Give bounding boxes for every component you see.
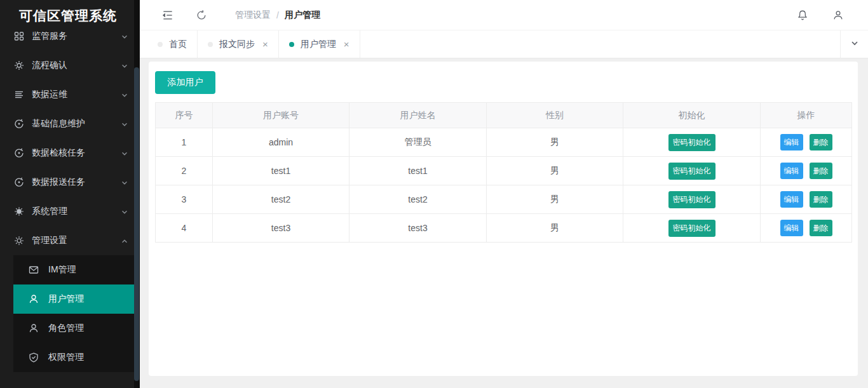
account-cell: test1 <box>213 157 349 185</box>
gender-cell: 男 <box>487 157 623 185</box>
table-row: 4test3test3男密码初始化编辑删除 <box>156 214 852 243</box>
chevron-down-icon <box>121 32 128 40</box>
name-cell: test1 <box>349 157 487 185</box>
password-init-button[interactable]: 密码初始化 <box>668 220 715 237</box>
col-init: 初始化 <box>623 103 761 128</box>
delete-button[interactable]: 删除 <box>810 163 832 179</box>
tab-label: 首页 <box>169 39 187 50</box>
col-name: 用户姓名 <box>349 103 487 128</box>
user-table: 序号 用户账号 用户姓名 性别 初始化 操作 1admin管理员男密码初始化编辑… <box>155 102 852 243</box>
ops-cell: 编辑删除 <box>761 128 852 157</box>
sidebar-item-user-mgmt[interactable]: 用户管理 <box>13 284 134 314</box>
init-cell: 密码初始化 <box>623 214 761 243</box>
top-header: 管理设置 / 用户管理 <box>140 0 868 30</box>
chevron-down-icon <box>121 208 128 215</box>
password-init-button[interactable]: 密码初始化 <box>668 134 715 151</box>
tab-message-sync[interactable]: 报文同步 × <box>198 30 279 58</box>
sidebar-item-label: 用户管理 <box>48 293 84 305</box>
breadcrumb-separator: / <box>276 10 279 20</box>
chevron-down-icon <box>121 120 128 128</box>
tab-list-dropdown[interactable] <box>840 30 868 58</box>
table-header: 序号 用户账号 用户姓名 性别 初始化 操作 <box>156 103 852 128</box>
col-gender: 性别 <box>487 103 623 128</box>
sidebar-item-im-mgmt[interactable]: IM管理 <box>13 255 134 284</box>
sidebar-item-process-confirm[interactable]: 流程确认 <box>0 51 140 80</box>
sidebar-item-system-mgmt[interactable]: 系统管理 <box>0 197 140 226</box>
chevron-down-icon <box>850 39 859 50</box>
breadcrumb-parent[interactable]: 管理设置 <box>235 10 271 21</box>
chevron-up-icon <box>121 237 128 244</box>
breadcrumb-current: 用户管理 <box>285 10 320 21</box>
sidebar-item-role-mgmt[interactable]: 角色管理 <box>13 314 134 343</box>
sidebar-item-label: 管理设置 <box>32 235 67 246</box>
breadcrumb: 管理设置 / 用户管理 <box>235 10 320 21</box>
tab-label: 报文同步 <box>219 39 255 50</box>
table-row: 1admin管理员男密码初始化编辑删除 <box>156 128 852 157</box>
init-cell: 密码初始化 <box>623 128 761 157</box>
tab-dot-icon <box>158 42 163 47</box>
edit-button[interactable]: 编辑 <box>780 220 803 236</box>
target-icon <box>14 148 24 158</box>
password-init-button[interactable]: 密码初始化 <box>668 163 715 180</box>
sidebar-item-supervision[interactable]: 监管服务 <box>0 22 140 51</box>
target-icon <box>14 119 24 129</box>
shield-check-icon <box>29 352 39 363</box>
list-icon <box>14 90 24 100</box>
sidebar-item-label: 流程确认 <box>32 60 67 71</box>
tab-user-mgmt[interactable]: 用户管理 × <box>279 30 360 58</box>
sidebar-scrollbar-thumb[interactable] <box>134 67 139 381</box>
ops-cell: 编辑删除 <box>761 214 852 243</box>
sidebar-item-data-ops[interactable]: 数据运维 <box>0 80 140 109</box>
edit-button[interactable]: 编辑 <box>780 163 803 179</box>
name-cell: test3 <box>349 214 487 243</box>
sidebar-item-data-report-task[interactable]: 数据报送任务 <box>0 168 140 197</box>
sidebar: 可信区管理系统 监管服务 流程确认 数据运维 <box>0 0 140 388</box>
tab-home[interactable]: 首页 <box>147 30 198 58</box>
add-user-button[interactable]: 添加用户 <box>155 71 215 94</box>
sidebar-item-label: 权限管理 <box>48 352 84 363</box>
edit-button[interactable]: 编辑 <box>780 191 803 208</box>
close-icon[interactable]: × <box>344 39 349 49</box>
chevron-down-icon <box>121 178 128 186</box>
sidebar-item-label: IM管理 <box>48 264 76 276</box>
account-cell: test3 <box>213 214 349 243</box>
account-cell: test2 <box>213 185 349 214</box>
name-cell: test2 <box>349 185 487 214</box>
sidebar-item-label: 数据报送任务 <box>32 177 85 188</box>
gender-cell: 男 <box>487 185 623 214</box>
ops-cell: 编辑删除 <box>761 185 852 214</box>
delete-button[interactable]: 删除 <box>810 220 832 236</box>
table-body: 1admin管理员男密码初始化编辑删除2test1test1男密码初始化编辑删除… <box>156 128 852 243</box>
chevron-down-icon <box>121 91 128 98</box>
bell-icon[interactable] <box>797 10 808 21</box>
delete-button[interactable]: 删除 <box>810 191 832 208</box>
refresh-icon[interactable] <box>196 10 207 21</box>
sidebar-item-admin-settings[interactable]: 管理设置 <box>0 226 140 255</box>
sidebar-item-base-info[interactable]: 基础信息维护 <box>0 109 140 138</box>
index-cell: 3 <box>156 185 213 214</box>
tab-label: 用户管理 <box>301 39 336 50</box>
sidebar-item-data-check-task[interactable]: 数据检核任务 <box>0 138 140 168</box>
chevron-down-icon <box>121 62 128 69</box>
index-cell: 1 <box>156 128 213 157</box>
edit-button[interactable]: 编辑 <box>780 134 803 151</box>
sidebar-nav: 监管服务 流程确认 数据运维 基础信息维护 <box>0 22 140 372</box>
tab-dot-icon <box>289 42 294 47</box>
header-actions <box>797 10 844 21</box>
account-cell: admin <box>213 128 349 157</box>
password-init-button[interactable]: 密码初始化 <box>668 191 715 208</box>
table-row: 2test1test1男密码初始化编辑删除 <box>156 157 852 185</box>
sidebar-item-label: 监管服务 <box>32 30 67 42</box>
sidebar-item-permission-mgmt[interactable]: 权限管理 <box>13 343 134 372</box>
name-cell: 管理员 <box>349 128 487 157</box>
sidebar-item-label: 数据运维 <box>32 89 67 100</box>
page-content: 添加用户 序号 用户账号 用户姓名 性别 初始化 操作 1adm <box>140 58 868 388</box>
user-avatar-icon[interactable] <box>832 10 844 21</box>
grid-icon <box>14 31 24 41</box>
delete-button[interactable]: 删除 <box>810 134 832 151</box>
gender-cell: 男 <box>487 214 623 243</box>
close-icon[interactable]: × <box>262 39 268 49</box>
user-icon <box>29 294 39 304</box>
target-icon <box>14 177 24 187</box>
sidebar-collapse-icon[interactable] <box>161 9 174 22</box>
